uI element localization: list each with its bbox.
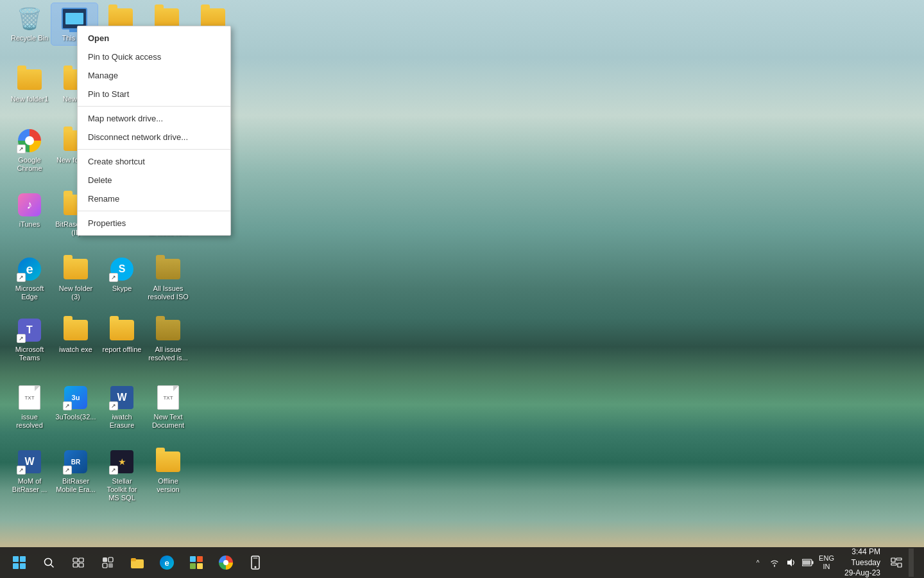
icon-label-itunes: iTunes [19, 220, 40, 229]
icon-label-skype: Skype [112, 285, 132, 293]
clock-time: 3:44 PM [844, 547, 880, 557]
folder-icon [64, 259, 88, 279]
lang-line1: ENG [819, 554, 834, 563]
system-clock[interactable]: 3:44 PM Tuesday 29-Aug-23 [839, 547, 886, 578]
shortcut-arrow-icon: ↗ [109, 401, 118, 410]
show-desktop-button[interactable] [909, 548, 914, 577]
context-menu: Open Pin to Quick access Manage Pin to S… [77, 26, 231, 236]
context-menu-map-network-drive[interactable]: Map network drive... [78, 109, 230, 128]
show-hidden-icons-button[interactable]: ^ [752, 557, 764, 568]
icon-iwatch-exe[interactable]: iwatch exe [53, 315, 99, 356]
search-button[interactable] [35, 548, 63, 577]
context-menu-properties[interactable]: Properties [78, 214, 230, 232]
folder-dark-icon [156, 259, 180, 279]
context-menu-disconnect-network[interactable]: Disconnect network drive... [78, 128, 230, 146]
icon-bitraser-mobile-era[interactable]: BR ↗ BitRaser Mobile Era... [53, 446, 99, 496]
context-menu-open[interactable]: Open [78, 29, 230, 48]
svg-rect-6 [103, 557, 107, 562]
icon-microsoft-edge[interactable]: e ↗ Microsoft Edge [6, 254, 53, 304]
chrome-taskbar-icon [219, 556, 233, 570]
language-indicator[interactable]: ENG IN [819, 554, 834, 571]
wifi-icon [769, 557, 780, 568]
icon-new-folder-3[interactable]: New folder (3) [53, 254, 99, 304]
widgets-button[interactable] [94, 548, 122, 577]
chrome-taskbar-button[interactable] [212, 548, 240, 577]
icon-new-text-doc[interactable]: TXT New Text Document [145, 382, 191, 432]
icon-google-chrome[interactable]: ↗ Google Chrome [6, 125, 53, 175]
context-menu-create-shortcut[interactable]: Create shortcut [78, 152, 230, 171]
folder-icon [156, 451, 180, 472]
context-menu-rename[interactable]: Rename [78, 189, 230, 208]
context-menu-pin-to-start[interactable]: Pin to Start [78, 85, 230, 103]
widgets-icon [102, 557, 114, 568]
context-menu-delete[interactable]: Delete [78, 171, 230, 189]
svg-rect-25 [891, 563, 896, 565]
svg-rect-24 [896, 558, 902, 560]
icon-itunes[interactable]: ♪ iTunes [6, 189, 53, 231]
svg-line-1 [51, 565, 53, 567]
edge-taskbar-button[interactable]: e [153, 548, 181, 577]
shortcut-arrow-icon: ↗ [63, 466, 72, 475]
svg-rect-4 [73, 563, 78, 567]
shortcut-arrow-icon: ↗ [17, 273, 26, 282]
icon-report-offline[interactable]: report offline [99, 315, 145, 356]
icon-label-offline-version: Offline version [148, 477, 189, 494]
icon-new-folder1[interactable]: New folder1 [6, 64, 53, 106]
icon-offline-version[interactable]: Offline version [145, 446, 191, 496]
icon-label-new-folder-3: New folder (3) [55, 285, 96, 301]
icon-all-issue-resolved[interactable]: All issue resolved is... [145, 315, 191, 365]
svg-rect-9 [108, 563, 113, 568]
battery-icon[interactable] [802, 557, 814, 568]
store-button[interactable] [182, 548, 210, 577]
icon-label-iwatch-erasure: iwatch Erasure [101, 413, 142, 430]
store-icon [189, 556, 203, 570]
shortcut-arrow-icon: ↗ [17, 466, 26, 475]
icon-label-3utools: 3uTools(32... [56, 413, 96, 421]
icon-stellar-toolkit[interactable]: ★ ↗ Stellar Toolkit for MS SQL [99, 446, 145, 505]
icon-mom-bitraser[interactable]: W ↗ MoM of BitRaser ... [6, 446, 53, 496]
svg-rect-11 [131, 558, 136, 561]
svg-rect-8 [103, 563, 107, 568]
svg-rect-14 [190, 563, 196, 569]
icon-label-new-folder1: New folder1 [11, 95, 49, 103]
svg-rect-12 [190, 556, 196, 562]
icon-label-stellar-toolkit: Stellar Toolkit for MS SQL [101, 477, 142, 503]
context-menu-pin-quick-access[interactable]: Pin to Quick access [78, 48, 230, 66]
icon-issue-resolved[interactable]: TXT issue resolved [6, 382, 53, 432]
taskbar-left: e [5, 548, 752, 577]
icon-label-all-issue-resolved: All issue resolved is... [148, 346, 189, 362]
icon-microsoft-teams[interactable]: T ↗ Microsoft Teams [6, 315, 53, 365]
windows-logo-icon [13, 556, 26, 569]
recycle-bin-icon: 🗑️ [17, 6, 42, 31]
task-view-icon [73, 557, 84, 568]
svg-rect-5 [79, 563, 83, 567]
context-menu-manage[interactable]: Manage [78, 66, 230, 85]
icon-3utools[interactable]: 3u ↗ 3uTools(32... [53, 382, 99, 424]
battery-display-icon [802, 559, 814, 566]
icon-label-mom-bitraser: MoM of BitRaser ... [9, 477, 50, 494]
search-icon [43, 557, 55, 568]
svg-rect-2 [73, 558, 78, 562]
svg-rect-7 [108, 557, 113, 562]
file-explorer-icon [130, 556, 144, 569]
icon-label-chrome: Google Chrome [9, 156, 50, 173]
volume-icon[interactable] [785, 557, 797, 568]
phone-link-button[interactable] [241, 548, 270, 577]
folder-icon [17, 69, 42, 90]
notification-button[interactable] [891, 557, 902, 568]
file-explorer-button[interactable] [123, 548, 151, 577]
icon-recycle-bin[interactable]: 🗑️ Recycle Bin [6, 3, 53, 45]
icon-skype[interactable]: S ↗ Skype [99, 254, 145, 295]
task-view-button[interactable] [64, 548, 92, 577]
icon-iwatch-erasure[interactable]: W ↗ iwatch Erasure [99, 382, 145, 432]
network-icon[interactable] [769, 557, 780, 568]
taskbar-right: ^ ENG IN [752, 547, 919, 578]
svg-rect-21 [803, 561, 810, 565]
icon-label-bitraser-mobile-era: BitRaser Mobile Era... [55, 477, 96, 494]
start-button[interactable] [5, 548, 33, 577]
icon-all-issues-iso[interactable]: All Issues resolved ISO [145, 254, 191, 304]
folder-icon [64, 320, 88, 340]
shortcut-arrow-icon: ↗ [109, 466, 118, 475]
context-menu-separator-1 [78, 106, 230, 107]
svg-marker-19 [787, 559, 792, 566]
